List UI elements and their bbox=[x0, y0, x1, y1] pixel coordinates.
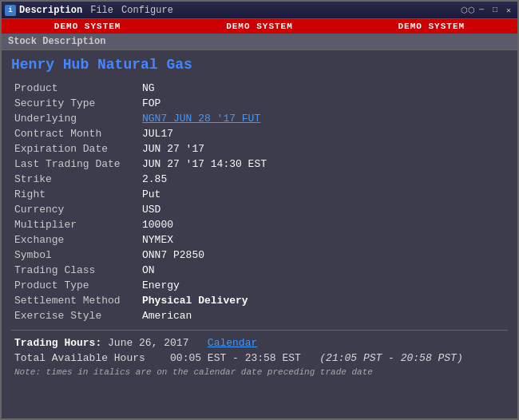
field-value: FOP bbox=[139, 96, 508, 111]
field-value: NYMEX bbox=[139, 232, 508, 248]
total-hours-italic: (21:05 PST - 20:58 PST) bbox=[319, 352, 462, 364]
close-button[interactable]: ✕ bbox=[503, 5, 514, 16]
table-row: CurrencyUSD bbox=[11, 202, 508, 217]
field-label: Last Trading Date bbox=[11, 157, 139, 172]
demo-text-3: DEMO SYSTEM bbox=[398, 22, 466, 31]
field-value[interactable]: NGN7 JUN 28 '17 FUT bbox=[139, 111, 508, 126]
info-table: ProductNGSecurity TypeFOPUnderlyingNGN7 … bbox=[11, 81, 508, 323]
trading-hours-date: June 26, 2017 bbox=[108, 337, 188, 349]
table-row: Settlement MethodPhysical Delivery bbox=[11, 293, 508, 308]
window-icon: i bbox=[5, 5, 16, 16]
main-window: i Description File Configure ⬡⬡ ─ □ ✕ DE… bbox=[0, 0, 519, 420]
demo-text-2: DEMO SYSTEM bbox=[226, 22, 293, 31]
field-label: Contract Month bbox=[11, 126, 139, 141]
table-row: Trading ClassON bbox=[11, 263, 508, 278]
field-value: NG bbox=[139, 81, 508, 96]
field-value: Energy bbox=[139, 278, 508, 293]
menu-configure[interactable]: Configure bbox=[121, 5, 173, 16]
calendar-link[interactable]: Calendar bbox=[208, 337, 257, 349]
total-hours-label: Total Available Hours bbox=[14, 352, 145, 364]
field-value: Physical Delivery bbox=[139, 293, 508, 308]
field-label: Underlying bbox=[11, 111, 139, 126]
field-value: 10000 bbox=[139, 217, 508, 232]
field-label: Settlement Method bbox=[11, 293, 139, 308]
stock-title: Henry Hub Natural Gas bbox=[11, 57, 508, 73]
field-label: Exchange bbox=[11, 232, 139, 248]
field-value: Put bbox=[139, 187, 508, 202]
minimize-button[interactable]: ─ bbox=[476, 5, 487, 16]
table-row: Contract MonthJUL17 bbox=[11, 126, 508, 141]
maximize-button[interactable]: □ bbox=[489, 5, 501, 16]
table-row: Last Trading DateJUN 27 '17 14:30 EST bbox=[11, 157, 508, 172]
field-label: Symbol bbox=[11, 248, 139, 263]
field-label: Product bbox=[11, 81, 139, 96]
table-row: UnderlyingNGN7 JUN 28 '17 FUT bbox=[11, 111, 508, 126]
table-row: ExchangeNYMEX bbox=[11, 232, 508, 248]
section-header: Stock Description bbox=[2, 34, 517, 50]
field-label: Right bbox=[11, 187, 139, 202]
field-value: 2.85 bbox=[139, 172, 508, 187]
window-title: Description bbox=[19, 5, 82, 16]
note-text: Note: times in italics are on the calend… bbox=[14, 367, 505, 377]
field-value: JUN 27 '17 14:30 EST bbox=[139, 157, 508, 172]
window-controls: ⬡⬡ ─ □ ✕ bbox=[462, 5, 514, 16]
title-bar: i Description File Configure ⬡⬡ ─ □ ✕ bbox=[2, 2, 517, 19]
demo-text-1: DEMO SYSTEM bbox=[54, 22, 121, 31]
field-label: Strike bbox=[11, 172, 139, 187]
field-value: JUL17 bbox=[139, 126, 508, 141]
table-row: SymbolONN7 P2850 bbox=[11, 248, 508, 263]
menu-file[interactable]: File bbox=[90, 5, 113, 16]
main-content: Stock Description Henry Hub Natural Gas … bbox=[2, 34, 517, 418]
connect-icon[interactable]: ⬡⬡ bbox=[462, 5, 473, 16]
field-value: ON bbox=[139, 263, 508, 278]
field-label: Exercise Style bbox=[11, 308, 139, 323]
table-row: ProductNG bbox=[11, 81, 508, 96]
total-hours-line: Total Available Hours 00:05 EST - 23:58 … bbox=[14, 352, 505, 364]
table-row: RightPut bbox=[11, 187, 508, 202]
table-row: Expiration DateJUN 27 '17 bbox=[11, 141, 508, 157]
table-row: Exercise StyleAmerican bbox=[11, 308, 508, 323]
table-row: Product TypeEnergy bbox=[11, 278, 508, 293]
table-row: Multiplier10000 bbox=[11, 217, 508, 232]
field-label: Security Type bbox=[11, 96, 139, 111]
field-label: Currency bbox=[11, 202, 139, 217]
field-label: Trading Class bbox=[11, 263, 139, 278]
divider bbox=[11, 330, 508, 331]
demo-system-bar: DEMO SYSTEM DEMO SYSTEM DEMO SYSTEM bbox=[2, 19, 517, 34]
content-body: Henry Hub Natural Gas ProductNGSecurity … bbox=[2, 50, 517, 418]
table-row: Security TypeFOP bbox=[11, 96, 508, 111]
field-label: Product Type bbox=[11, 278, 139, 293]
field-value: USD bbox=[139, 202, 508, 217]
trading-hours-label: Trading Hours: bbox=[14, 337, 101, 349]
field-value: ONN7 P2850 bbox=[139, 248, 508, 263]
field-label: Expiration Date bbox=[11, 141, 139, 157]
field-value: American bbox=[139, 308, 508, 323]
total-hours-value: 00:05 EST - 23:58 EST bbox=[170, 352, 301, 364]
trading-hours-section: Trading Hours: June 26, 2017 Calendar To… bbox=[11, 337, 508, 377]
field-value: JUN 27 '17 bbox=[139, 141, 508, 157]
field-label: Multiplier bbox=[11, 217, 139, 232]
table-row: Strike2.85 bbox=[11, 172, 508, 187]
trading-hours-line: Trading Hours: June 26, 2017 Calendar bbox=[14, 337, 505, 349]
